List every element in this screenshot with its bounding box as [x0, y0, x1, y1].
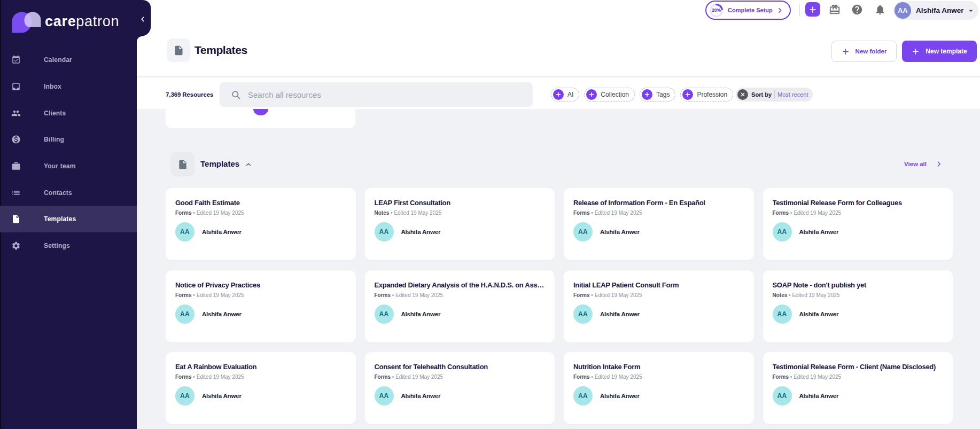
owner-name: Alshifa Anwer — [600, 393, 640, 399]
owner-avatar: AA — [375, 222, 394, 241]
notifications-bell-icon[interactable] — [874, 4, 886, 15]
owner-name: Alshifa Anwer — [401, 311, 441, 317]
sidebar: carepatron Calendar Inbox Clients Billin… — [0, 0, 137, 429]
plus-circle-icon — [553, 89, 564, 100]
sidebar-collapse-icon[interactable] — [139, 15, 146, 23]
filter-chips: AI Collection Tags Profession Sort by Mo… — [551, 88, 813, 102]
plus-icon — [912, 48, 920, 56]
setup-label: Complete Setup — [728, 7, 773, 13]
template-card[interactable]: LEAP First Consultation Notes • Edited 1… — [365, 188, 555, 260]
owner-avatar: AA — [175, 222, 195, 241]
owner-avatar: AA — [773, 222, 792, 241]
help-icon[interactable] — [851, 4, 863, 15]
owner-avatar: AA — [375, 386, 394, 405]
owner-name: Alshifa Anwer — [799, 311, 839, 317]
template-card[interactable]: Nutrition Intake Form Forms • Edited 19 … — [564, 352, 754, 424]
template-owner-row: AA Alshifa Anwer — [375, 222, 546, 241]
calendar-icon — [11, 55, 21, 65]
document-icon — [177, 159, 188, 170]
template-meta: Forms • Edited 19 May 2025 — [175, 292, 346, 298]
template-meta: Forms • Edited 19 May 2025 — [773, 374, 944, 380]
template-owner-row: AA Alshifa Anwer — [773, 222, 944, 241]
template-title: Release of Information Form - En Español — [573, 199, 744, 207]
sort-by-label: Sort by — [751, 91, 772, 98]
page-title-icon-box — [167, 38, 190, 62]
list-icon — [11, 188, 21, 198]
sort-divider — [774, 90, 775, 99]
template-owner-row: AA Alshifa Anwer — [175, 305, 346, 324]
template-card[interactable]: Good Faith Estimate Forms • Edited 19 Ma… — [166, 188, 356, 260]
template-meta: Forms • Edited 19 May 2025 — [175, 210, 346, 216]
user-menu[interactable]: AA Alshifa Anwer — [893, 1, 978, 20]
gift-icon[interactable] — [829, 4, 841, 15]
sidebar-item-calendar[interactable]: Calendar — [0, 47, 137, 74]
user-name: Alshifa Anwer — [916, 6, 964, 14]
template-meta: Notes • Edited 19 May 2025 — [375, 210, 546, 216]
template-owner-row: AA Alshifa Anwer — [573, 222, 744, 241]
template-card[interactable]: Expanded Dietary Analysis of the H.A.N.D… — [365, 270, 555, 342]
sidebar-item-contacts[interactable]: Contacts — [0, 180, 137, 206]
chevron-up-icon[interactable] — [245, 161, 252, 168]
template-grid: Good Faith Estimate Forms • Edited 19 Ma… — [166, 188, 953, 424]
template-title: Consent for Telehealth Consultation — [375, 363, 546, 371]
dollar-circle-icon — [11, 135, 21, 144]
quick-add-button[interactable] — [805, 2, 820, 17]
sidebar-item-your-team[interactable]: Your team — [0, 153, 137, 180]
caret-down-icon — [967, 6, 975, 15]
sidebar-item-clients[interactable]: Clients — [0, 100, 137, 127]
template-meta: Forms • Edited 19 May 2025 — [573, 210, 744, 216]
template-owner-row: AA Alshifa Anwer — [375, 386, 546, 405]
template-owner-row: AA Alshifa Anwer — [773, 386, 944, 405]
sidebar-item-settings[interactable]: Settings — [0, 232, 137, 259]
filter-chip-profession[interactable]: Profession — [680, 88, 733, 102]
complete-setup-button[interactable]: 20% Complete Setup — [705, 1, 791, 20]
gear-icon — [11, 241, 21, 251]
template-card[interactable]: Testimonial Release Form for Colleagues … — [763, 188, 953, 260]
sidebar-item-inbox[interactable]: Inbox — [0, 73, 137, 100]
page-header: 20% Complete Setup AA Alshifa Anwer Temp… — [137, 0, 980, 77]
template-title: Initial LEAP Patient Consult Form — [573, 282, 744, 289]
template-title: Testimonial Release Form - Client (Name … — [773, 363, 944, 371]
document-icon — [173, 45, 184, 56]
search-box[interactable] — [220, 82, 533, 107]
new-folder-button[interactable]: New folder — [831, 41, 897, 62]
template-card[interactable]: Notice of Privacy Practices Forms • Edit… — [166, 270, 356, 342]
template-card[interactable]: Consent for Telehealth Consultation Form… — [365, 352, 555, 424]
template-card[interactable]: Eat A Rainbow Evaluation Forms • Edited … — [166, 352, 356, 424]
template-card[interactable]: Release of Information Form - En Español… — [564, 188, 754, 260]
setup-progress-ring: 20% — [709, 3, 724, 18]
filter-chip-ai[interactable]: AI — [551, 88, 579, 102]
owner-avatar: AA — [773, 305, 792, 324]
sidebar-item-templates[interactable]: Templates — [0, 206, 137, 232]
owner-avatar: AA — [573, 386, 593, 405]
template-owner-row: AA Alshifa Anwer — [773, 305, 944, 324]
template-card[interactable]: Testimonial Release Form - Client (Name … — [763, 352, 953, 424]
filter-chip-collection[interactable]: Collection — [584, 88, 635, 102]
document-icon — [11, 214, 21, 224]
templates-section-header: Templates View all — [137, 152, 980, 176]
setup-percent: 20% — [709, 3, 724, 18]
sort-by-control[interactable]: Sort by Most recent — [736, 88, 813, 102]
carepatron-logo: carepatron — [11, 11, 119, 34]
search-input[interactable] — [248, 90, 504, 99]
sort-value[interactable]: Most recent — [777, 91, 808, 98]
view-all-link[interactable]: View all — [904, 160, 943, 168]
template-card[interactable]: SOAP Note - don't publish yet Notes • Ed… — [763, 270, 953, 342]
topbar-divider — [799, 4, 800, 17]
clear-sort-icon[interactable] — [737, 89, 748, 100]
sidebar-nav: Calendar Inbox Clients Billing Your team… — [0, 47, 137, 259]
owner-name: Alshifa Anwer — [401, 393, 441, 399]
filter-chip-tags[interactable]: Tags — [640, 88, 675, 102]
new-template-button[interactable]: New template — [902, 41, 977, 62]
chevron-right-icon — [776, 7, 783, 14]
chevron-right-icon — [935, 160, 943, 168]
template-card[interactable]: Initial LEAP Patient Consult Form Forms … — [564, 270, 754, 342]
template-title: Testimonial Release Form for Colleagues — [773, 199, 944, 207]
owner-name: Alshifa Anwer — [799, 229, 839, 235]
partial-card[interactable] — [166, 109, 355, 128]
owner-avatar: AA — [573, 222, 593, 241]
brand-wordmark: carepatron — [45, 13, 119, 30]
section-title: Templates — [200, 159, 239, 169]
sidebar-item-billing[interactable]: Billing — [0, 126, 137, 153]
template-owner-row: AA Alshifa Anwer — [375, 305, 546, 324]
